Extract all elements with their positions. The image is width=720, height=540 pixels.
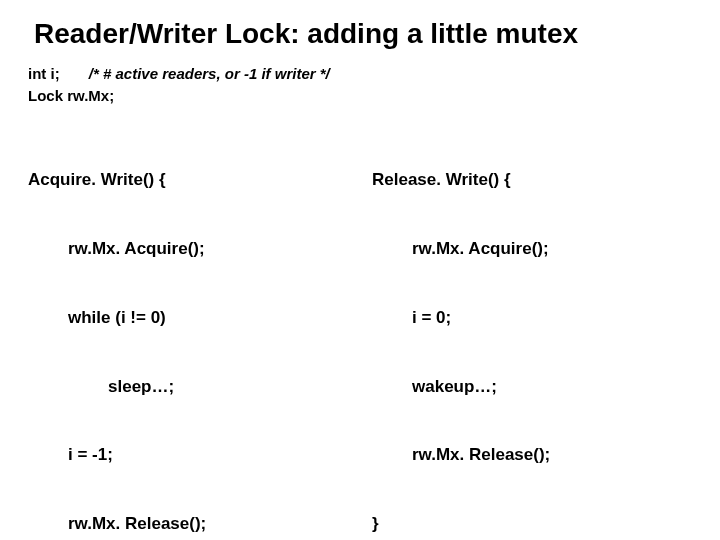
release-write-block: Release. Write() { rw.Mx. Acquire(); i =… xyxy=(372,123,692,540)
decl-line-2: Lock rw.Mx; xyxy=(28,86,692,106)
code-line: rw.Mx. Acquire(); xyxy=(372,238,692,261)
code-line: sleep…; xyxy=(28,376,348,399)
code-line: Acquire. Write() { xyxy=(28,169,348,192)
code-line: } xyxy=(372,513,692,536)
code-columns: Acquire. Write() { rw.Mx. Acquire(); whi… xyxy=(28,123,692,540)
decl-comment: /* # active readers, or -1 if writer */ xyxy=(89,65,330,82)
slide: Reader/Writer Lock: adding a little mute… xyxy=(0,0,720,540)
decl-int-i: int i; xyxy=(28,65,60,82)
decl-line-1: int i; /* # active readers, or -1 if wri… xyxy=(28,64,692,84)
declarations: int i; /* # active readers, or -1 if wri… xyxy=(28,64,692,105)
right-column: Release. Write() { rw.Mx. Acquire(); i =… xyxy=(372,123,692,540)
slide-title: Reader/Writer Lock: adding a little mute… xyxy=(34,18,692,50)
code-line: rw.Mx. Release(); xyxy=(372,444,692,467)
code-line: rw.Mx. Release(); xyxy=(28,513,348,536)
acquire-write-block: Acquire. Write() { rw.Mx. Acquire(); whi… xyxy=(28,123,348,540)
code-line: i = -1; xyxy=(28,444,348,467)
code-line: i = 0; xyxy=(372,307,692,330)
code-line: wakeup…; xyxy=(372,376,692,399)
code-line: rw.Mx. Acquire(); xyxy=(28,238,348,261)
code-line: while (i != 0) xyxy=(28,307,348,330)
code-line: Release. Write() { xyxy=(372,169,692,192)
left-column: Acquire. Write() { rw.Mx. Acquire(); whi… xyxy=(28,123,348,540)
